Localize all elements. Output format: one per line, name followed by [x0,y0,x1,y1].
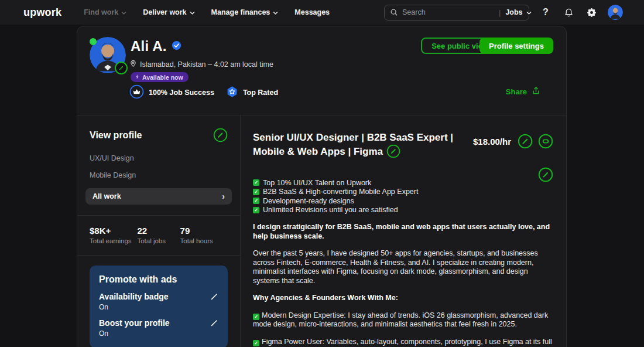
boost-profile-status: On [99,329,218,338]
sidebar-heading: View profile [90,130,142,141]
top-nav: upwork Find work Deliver work Manage fin… [0,0,644,25]
stat-total-jobs: 22 Total jobs [137,226,180,244]
profile-settings-button[interactable]: Profile settings [479,38,553,54]
stats-row: $8K+ Total earnings 22 Total jobs 79 Tot… [90,226,228,244]
overview-why-heading: Why Agencies & Founders Work With Me: [253,294,555,303]
online-status-dot [90,38,97,45]
sidebar-item-mobile-design[interactable]: Mobile Design [90,171,228,179]
location-row: Islamabad, Pakistan – 4:02 am local time [129,59,273,69]
overview-paragraph: Over the past 5 years, I have designed 5… [253,249,555,285]
global-search[interactable]: | Jobs [384,5,529,21]
edit-profile-sections-button[interactable] [213,128,228,142]
check-icon [253,340,259,346]
lightning-bolt-icon [135,74,140,81]
search-scope-divider: | [499,8,501,17]
top-rated-badge: Top Rated [226,86,278,100]
chevron-down-icon [273,8,278,16]
search-input[interactable] [402,8,496,16]
overview-check-paragraph: Modern Design Expertise: I stay ahead of… [253,311,555,329]
promote-heading: Promote with ads [99,274,218,285]
edit-rate-button[interactable] [518,134,533,149]
availability-badge-setting: Availability badge [99,292,169,301]
availability-badge-status: On [99,303,218,311]
view-profile-sidebar: View profile UX/UI Design Mobile Design … [77,115,241,347]
primary-nav: Find work Deliver work Manage finances M… [84,8,330,16]
top-rated-shield-icon [226,86,238,100]
share-rate-link-icon[interactable] [538,134,553,149]
verified-badge-icon [172,40,181,53]
checklist-item: Top 10% UI/UX Talent on Upwork [253,178,553,188]
job-title: Senior UI/UX Designer | B2B SaaS Expert … [253,131,473,158]
nav-item-find-work[interactable]: Find work [84,8,126,16]
chevron-down-icon [526,8,532,16]
checklist-item: Development-ready designs [253,196,553,206]
nav-item-deliver-work[interactable]: Deliver work [143,8,194,16]
profile-name: Ali A. [131,38,167,55]
boost-profile-setting: Boost your profile [99,318,170,328]
sidebar-item-uxui-design[interactable]: UX/UI Design [90,154,228,162]
edit-boost-profile-button[interactable] [210,319,218,327]
location-text: Islamabad, Pakistan – 4:02 am local time [140,60,273,69]
stat-total-hours: 79 Total hours [180,226,228,244]
overview-check-paragraph: Figma Power User: Variables, auto-layout… [253,338,555,347]
profile-header: Ali A. Islamabad, Pakistan – 4:02 am loc… [77,26,566,115]
upwork-logo[interactable]: upwork [23,6,61,19]
crown-icon [129,84,144,101]
checklist-item: Unlimited Revisions until you are satisf… [253,206,553,215]
check-icon [253,189,259,195]
user-avatar[interactable] [608,5,623,20]
nav-item-manage-finances[interactable]: Manage finances [211,8,279,16]
check-icon [253,207,259,213]
checklist-item: B2B SaaS & High-converting Mobile App Ex… [253,188,553,197]
sidebar-divider [77,215,240,216]
check-icon [253,198,259,204]
chevron-right-icon [222,192,225,201]
search-scope-dropdown[interactable]: Jobs [505,8,532,16]
help-icon[interactable] [539,6,552,19]
sidebar-item-all-work[interactable]: All work [85,188,232,205]
share-link[interactable]: Share [506,86,541,97]
promote-with-ads-card: Promote with ads Availability badge On B… [90,266,228,347]
nav-right-cluster: | Jobs [384,5,623,21]
sidebar-divider [77,255,240,256]
search-icon [390,8,398,16]
profile-avatar[interactable] [90,37,126,73]
achievement-badges: 100% Job Success Top Rated [129,84,278,101]
availability-badge[interactable]: Available now [131,72,189,82]
profile-card: Ali A. Islamabad, Pakistan – 4:02 am loc… [77,26,567,347]
edit-overview-button[interactable] [538,167,553,185]
share-icon [531,86,541,97]
highlights-checklist: Top 10% UI/UX Talent on Upwork B2B SaaS … [253,178,553,215]
check-icon [253,314,259,320]
job-success-badge: 100% Job Success [129,84,214,101]
chevron-down-icon [190,8,195,16]
check-icon [253,179,259,186]
hourly-rate: $18.00/hr [473,137,511,147]
edit-availability-badge-button[interactable] [210,292,218,301]
hourly-rate-group: $18.00/hr [473,131,553,149]
notifications-bell-icon[interactable] [562,6,575,19]
stat-total-earnings: $8K+ Total earnings [90,226,137,244]
profile-overview-section: Senior UI/UX Designer | B2B SaaS Expert … [241,115,566,347]
edit-avatar-button[interactable] [115,62,128,74]
chevron-down-icon [121,8,126,16]
edit-title-button[interactable] [386,144,400,158]
location-pin-icon [129,59,137,69]
settings-gear-icon[interactable] [585,6,598,19]
nav-item-messages[interactable]: Messages [294,8,330,16]
overview-intro: I design stratigically for B2B SaaS, mob… [253,223,555,241]
